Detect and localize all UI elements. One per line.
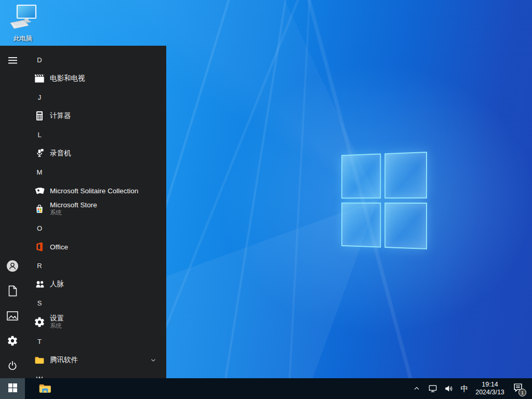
- clock-date: 2024/3/13: [475, 389, 504, 396]
- start-menu: D电影和电视J计算器L录音机MMicrosoft Solitaire Colle…: [0, 46, 166, 378]
- rail-account-button[interactable]: [0, 254, 25, 278]
- app-label: Office: [50, 243, 68, 251]
- rail-settings-button[interactable]: [0, 328, 25, 353]
- chevron-down-icon[interactable]: [150, 356, 157, 364]
- rail-power-button[interactable]: [0, 353, 25, 378]
- app-label: 设置: [50, 314, 64, 322]
- start-button[interactable]: [0, 378, 25, 399]
- windows-logo-pane: [341, 153, 381, 198]
- app-label: Microsoft Store: [50, 201, 97, 209]
- taskbar-clock[interactable]: 19:14 2024/3/13: [473, 381, 507, 396]
- app-label: 电影和电视: [50, 74, 85, 83]
- section-letter: M: [34, 168, 45, 176]
- start-menu-rail: [0, 46, 25, 378]
- section-header[interactable]: L: [0, 125, 166, 144]
- folder-icon: [34, 354, 45, 366]
- start-menu-app-item[interactable]: 设置系统: [0, 313, 166, 331]
- section-letter: D: [34, 56, 45, 64]
- movies-tv-icon: [34, 73, 45, 84]
- start-menu-app-item[interactable]: 录音机: [0, 144, 166, 162]
- windows-logo-pane: [384, 203, 427, 249]
- windows-logo-pane: [341, 203, 381, 248]
- this-pc-label: 此电脑: [14, 34, 32, 43]
- people-icon: [34, 278, 45, 290]
- section-header[interactable]: M: [0, 162, 166, 182]
- app-label: 录音机: [50, 149, 71, 158]
- notification-badge: 1: [518, 389, 526, 396]
- file-explorer-button[interactable]: [33, 378, 57, 399]
- start-menu-app-item[interactable]: 腾讯软件: [0, 351, 166, 369]
- volume-icon[interactable]: [442, 378, 456, 399]
- section-header[interactable]: J: [0, 87, 166, 107]
- clock-time: 19:14: [475, 381, 504, 389]
- section-header[interactable]: S: [0, 293, 166, 313]
- section-letter: O: [34, 224, 45, 232]
- network-icon[interactable]: [426, 378, 440, 399]
- taskbar: 中 19:14 2024/3/13 1: [0, 378, 532, 399]
- start-menu-app-item[interactable]: Microsoft Store系统: [0, 200, 166, 218]
- gear-icon: [7, 335, 18, 347]
- store-icon: [34, 203, 45, 215]
- section-header[interactable]: O: [0, 218, 166, 238]
- section-letter: J: [34, 94, 45, 101]
- app-label: Microsoft Solitaire Collection: [50, 187, 138, 195]
- app-label: 计算器: [50, 111, 71, 121]
- start-menu-app-item[interactable]: 计算器: [0, 107, 166, 125]
- rail-pictures-button[interactable]: [0, 303, 25, 328]
- section-letter: L: [34, 131, 45, 139]
- rail-hamburger-button[interactable]: [0, 48, 25, 73]
- app-label: 腾讯软件: [50, 355, 78, 365]
- section-header[interactable]: R: [0, 256, 166, 275]
- hamburger-icon: [8, 57, 17, 64]
- ime-indicator[interactable]: 中: [458, 384, 471, 394]
- office-icon: [34, 241, 45, 252]
- start-menu-app-item[interactable]: Microsoft Solitaire Collection: [0, 182, 166, 200]
- system-tray: 中 19:14 2024/3/13 1: [410, 378, 532, 399]
- power-icon: [7, 360, 18, 371]
- pictures-icon: [7, 311, 18, 321]
- calculator-icon: [34, 110, 45, 122]
- app-sublabel: 系统: [50, 209, 97, 217]
- start-menu-app-item[interactable]: 人脉: [0, 275, 166, 293]
- section-letter: R: [34, 262, 45, 270]
- wallpaper-windows-logo: [341, 152, 427, 249]
- action-center-button[interactable]: 1: [509, 378, 527, 399]
- app-sublabel: 系统: [50, 322, 64, 330]
- settings-icon: [34, 316, 45, 328]
- section-letter: T: [34, 338, 45, 345]
- desktop-surface[interactable]: 此电脑 D电影和电视J计算器L录音机MMicrosoft Solitaire C…: [0, 0, 532, 399]
- explorer-icon: [38, 382, 51, 395]
- document-icon: [7, 285, 18, 297]
- voice-recorder-icon: [34, 148, 45, 159]
- rail-documents-button[interactable]: [0, 278, 25, 303]
- start-menu-app-list: D电影和电视J计算器L录音机MMicrosoft Solitaire Colle…: [0, 50, 166, 389]
- tray-overflow-chevron-up-icon[interactable]: [410, 378, 423, 399]
- start-menu-app-item[interactable]: Office: [0, 238, 166, 256]
- section-header[interactable]: D: [0, 50, 166, 70]
- start-menu-app-item[interactable]: 电影和电视: [0, 70, 166, 87]
- this-pc-icon: [8, 4, 37, 33]
- section-header[interactable]: T: [0, 331, 166, 351]
- app-label: 人脉: [50, 280, 64, 289]
- section-letter: S: [34, 299, 45, 307]
- solitaire-icon: [34, 185, 45, 196]
- windows-icon: [8, 383, 17, 394]
- user-icon: [6, 260, 19, 272]
- windows-logo-pane: [384, 152, 427, 198]
- this-pc-desktop-icon[interactable]: 此电脑: [4, 4, 42, 43]
